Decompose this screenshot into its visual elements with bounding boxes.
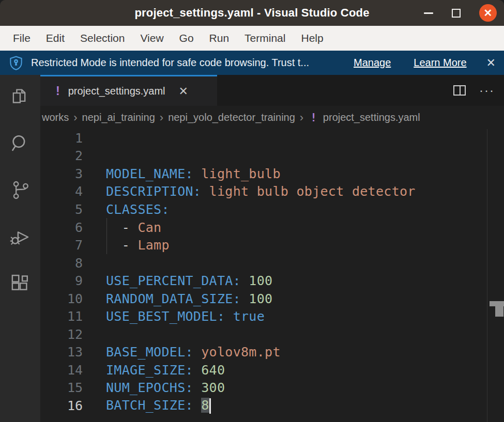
tab-bar: ! project_settings.yaml ✕ ···	[40, 75, 504, 106]
tab-project-settings-yaml[interactable]: ! project_settings.yaml ✕	[40, 75, 217, 106]
line-number: 6	[40, 220, 83, 235]
menu-item-terminal[interactable]: Terminal	[237, 32, 293, 44]
code-text: CLASSES:	[83, 202, 170, 217]
code-line[interactable]: 11USE_BEST_MODEL: true	[40, 307, 504, 325]
breadcrumb-separator: ›	[295, 111, 308, 124]
editor-actions: ···	[453, 75, 504, 106]
line-number: 2	[40, 148, 83, 163]
line-number: 14	[40, 363, 83, 378]
line-number: 10	[40, 291, 83, 306]
breadcrumb-separator: ›	[155, 111, 168, 124]
line-number: 5	[40, 202, 83, 217]
source-control-icon[interactable]	[9, 179, 31, 201]
code-text: RANDOM_DATA_SIZE: 100	[83, 291, 272, 306]
code-text: IMAGE_SIZE: 640	[83, 363, 225, 378]
text-cursor	[209, 398, 211, 414]
minimize-icon[interactable]	[424, 12, 433, 14]
menu-item-edit[interactable]: Edit	[38, 32, 72, 44]
code-text: USE_BEST_MODEL: true	[83, 309, 265, 324]
tab-close-icon[interactable]: ✕	[179, 85, 188, 98]
code-text: BATCH_SIZE: 8	[83, 398, 211, 414]
menu-item-file[interactable]: File	[5, 32, 38, 44]
code-line[interactable]: 8	[40, 254, 504, 272]
code-text: - Can	[83, 220, 161, 235]
line-number: 15	[40, 380, 83, 395]
code-line[interactable]: 14IMAGE_SIZE: 640	[40, 361, 504, 379]
split-editor-icon[interactable]	[453, 85, 466, 96]
extensions-icon[interactable]	[9, 273, 32, 296]
breadcrumb-item[interactable]: works	[42, 112, 69, 123]
activity-bar	[0, 75, 40, 422]
run-debug-icon[interactable]	[9, 226, 32, 248]
scrollbar-marker-stem	[495, 306, 503, 317]
code-line[interactable]: 12	[40, 325, 504, 343]
line-number: 7	[40, 238, 83, 253]
line-number: 3	[40, 166, 83, 181]
manage-link[interactable]: Manage	[354, 57, 391, 69]
breadcrumb-item[interactable]: project_settings.yaml	[323, 112, 420, 123]
breadcrumb-yaml-file-icon: !	[308, 112, 323, 124]
code-line[interactable]: 3MODEL_NAME: light_bulb	[40, 165, 504, 183]
maximize-icon[interactable]	[452, 9, 461, 18]
banner-message: Restricted Mode is intended for safe cod…	[31, 57, 309, 69]
explorer-icon[interactable]	[9, 86, 31, 108]
breadcrumb-item[interactable]: nepi_ai_training	[82, 112, 155, 123]
code-line[interactable]: 9USE_PERCENT_DATA: 100	[40, 272, 504, 290]
breadcrumb: works›nepi_ai_training›nepi_yolo_detecto…	[40, 106, 504, 129]
code-editor[interactable]: 123MODEL_NAME: light_bulb4DESCRIPTION: l…	[40, 129, 504, 422]
search-icon[interactable]	[9, 133, 31, 154]
banner-close-icon[interactable]: ✕	[486, 56, 496, 70]
menu-item-view[interactable]: View	[132, 32, 171, 44]
code-text: DESCRIPTION: light bulb object detector	[83, 184, 416, 199]
code-text: BASE_MODEL: yolov8m.pt	[83, 345, 281, 360]
code-line[interactable]: 15NUM_EPOCHS: 300	[40, 379, 504, 397]
more-actions-icon[interactable]: ···	[479, 83, 495, 98]
line-number: 16	[40, 398, 83, 413]
learn-more-link[interactable]: Learn More	[414, 57, 466, 69]
menu-item-run[interactable]: Run	[202, 32, 237, 44]
line-number: 12	[40, 327, 83, 342]
restricted-mode-banner: Restricted Mode is intended for safe cod…	[0, 51, 504, 75]
menu-item-help[interactable]: Help	[293, 32, 331, 44]
code-line[interactable]: 5CLASSES:	[40, 200, 504, 218]
line-number: 4	[40, 184, 83, 199]
code-line[interactable]: 4DESCRIPTION: light bulb object detector	[40, 183, 504, 201]
window-controls: ✕	[424, 0, 497, 26]
breadcrumb-item[interactable]: nepi_yolo_detector_training	[168, 112, 295, 123]
code-line[interactable]: 13BASE_MODEL: yolov8m.pt	[40, 343, 504, 362]
code-text: MODEL_NAME: light_bulb	[83, 166, 281, 181]
line-number: 11	[40, 309, 83, 324]
tab-label: project_settings.yaml	[68, 85, 165, 97]
code-text: - Lamp	[83, 238, 170, 253]
overview-ruler[interactable]	[487, 129, 504, 422]
line-number: 1	[40, 131, 83, 146]
code-line[interactable]: 2	[40, 147, 504, 165]
code-line[interactable]: 1	[40, 129, 504, 147]
indent-guide	[106, 218, 107, 254]
close-window-icon[interactable]: ✕	[479, 4, 497, 22]
code-text: USE_PERCENT_DATA: 100	[83, 273, 272, 288]
title-bar: project_settings.yaml - Visual Studio Co…	[0, 0, 504, 26]
code-line[interactable]: 7 - Lamp	[40, 236, 504, 254]
scrollbar-marker	[490, 301, 504, 306]
code-line[interactable]: 10RANDOM_DATA_SIZE: 100	[40, 290, 504, 308]
menu-item-go[interactable]: Go	[172, 32, 202, 44]
yaml-file-icon: !	[56, 84, 60, 98]
breadcrumb-separator: ›	[69, 111, 82, 124]
code-line[interactable]: 6 - Can	[40, 218, 504, 237]
line-number: 13	[40, 345, 83, 360]
menu-bar: FileEditSelectionViewGoRunTerminalHelp	[0, 26, 504, 51]
line-number: 9	[40, 273, 83, 288]
code-line[interactable]: 16BATCH_SIZE: 8	[40, 397, 504, 415]
menu-item-selection[interactable]: Selection	[72, 32, 132, 44]
code-text: NUM_EPOCHS: 300	[83, 380, 225, 395]
line-number: 8	[40, 256, 83, 271]
shield-lock-icon	[8, 55, 24, 71]
